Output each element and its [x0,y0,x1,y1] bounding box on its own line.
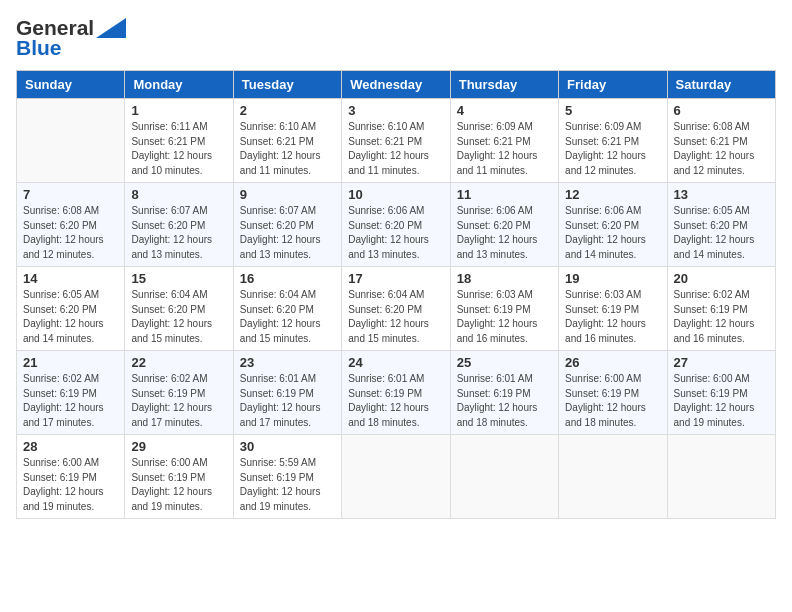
calendar: SundayMondayTuesdayWednesdayThursdayFrid… [16,70,776,519]
day-number: 29 [131,439,226,454]
calendar-cell [342,435,450,519]
day-number: 26 [565,355,660,370]
day-info: Sunrise: 6:07 AMSunset: 6:20 PMDaylight:… [240,204,335,262]
day-info: Sunrise: 5:59 AMSunset: 6:19 PMDaylight:… [240,456,335,514]
day-number: 15 [131,271,226,286]
day-info: Sunrise: 6:11 AMSunset: 6:21 PMDaylight:… [131,120,226,178]
day-header-sunday: Sunday [17,71,125,99]
svg-marker-0 [96,18,126,38]
day-info: Sunrise: 6:04 AMSunset: 6:20 PMDaylight:… [348,288,443,346]
calendar-cell: 5Sunrise: 6:09 AMSunset: 6:21 PMDaylight… [559,99,667,183]
logo-icon [96,18,126,38]
calendar-cell: 4Sunrise: 6:09 AMSunset: 6:21 PMDaylight… [450,99,558,183]
day-number: 6 [674,103,769,118]
day-info: Sunrise: 6:02 AMSunset: 6:19 PMDaylight:… [674,288,769,346]
day-info: Sunrise: 6:06 AMSunset: 6:20 PMDaylight:… [457,204,552,262]
day-info: Sunrise: 6:02 AMSunset: 6:19 PMDaylight:… [131,372,226,430]
day-info: Sunrise: 6:05 AMSunset: 6:20 PMDaylight:… [674,204,769,262]
calendar-cell: 8Sunrise: 6:07 AMSunset: 6:20 PMDaylight… [125,183,233,267]
calendar-cell: 17Sunrise: 6:04 AMSunset: 6:20 PMDayligh… [342,267,450,351]
day-info: Sunrise: 6:08 AMSunset: 6:21 PMDaylight:… [674,120,769,178]
day-info: Sunrise: 6:01 AMSunset: 6:19 PMDaylight:… [348,372,443,430]
calendar-cell: 28Sunrise: 6:00 AMSunset: 6:19 PMDayligh… [17,435,125,519]
day-number: 9 [240,187,335,202]
day-info: Sunrise: 6:04 AMSunset: 6:20 PMDaylight:… [131,288,226,346]
day-info: Sunrise: 6:09 AMSunset: 6:21 PMDaylight:… [565,120,660,178]
day-number: 14 [23,271,118,286]
calendar-cell: 29Sunrise: 6:00 AMSunset: 6:19 PMDayligh… [125,435,233,519]
calendar-cell: 24Sunrise: 6:01 AMSunset: 6:19 PMDayligh… [342,351,450,435]
day-info: Sunrise: 6:04 AMSunset: 6:20 PMDaylight:… [240,288,335,346]
day-header-tuesday: Tuesday [233,71,341,99]
calendar-cell: 27Sunrise: 6:00 AMSunset: 6:19 PMDayligh… [667,351,775,435]
calendar-cell: 16Sunrise: 6:04 AMSunset: 6:20 PMDayligh… [233,267,341,351]
day-info: Sunrise: 6:06 AMSunset: 6:20 PMDaylight:… [565,204,660,262]
calendar-cell: 11Sunrise: 6:06 AMSunset: 6:20 PMDayligh… [450,183,558,267]
calendar-cell [667,435,775,519]
day-number: 25 [457,355,552,370]
day-info: Sunrise: 6:03 AMSunset: 6:19 PMDaylight:… [565,288,660,346]
calendar-cell: 22Sunrise: 6:02 AMSunset: 6:19 PMDayligh… [125,351,233,435]
day-header-thursday: Thursday [450,71,558,99]
day-number: 30 [240,439,335,454]
day-number: 20 [674,271,769,286]
calendar-cell [17,99,125,183]
calendar-cell: 21Sunrise: 6:02 AMSunset: 6:19 PMDayligh… [17,351,125,435]
day-number: 16 [240,271,335,286]
calendar-cell: 12Sunrise: 6:06 AMSunset: 6:20 PMDayligh… [559,183,667,267]
calendar-cell: 14Sunrise: 6:05 AMSunset: 6:20 PMDayligh… [17,267,125,351]
day-number: 2 [240,103,335,118]
day-info: Sunrise: 6:05 AMSunset: 6:20 PMDaylight:… [23,288,118,346]
day-info: Sunrise: 6:00 AMSunset: 6:19 PMDaylight:… [131,456,226,514]
day-number: 1 [131,103,226,118]
day-info: Sunrise: 6:09 AMSunset: 6:21 PMDaylight:… [457,120,552,178]
logo: General Blue [16,16,126,60]
day-number: 27 [674,355,769,370]
day-number: 7 [23,187,118,202]
day-info: Sunrise: 6:08 AMSunset: 6:20 PMDaylight:… [23,204,118,262]
calendar-cell: 3Sunrise: 6:10 AMSunset: 6:21 PMDaylight… [342,99,450,183]
calendar-cell: 9Sunrise: 6:07 AMSunset: 6:20 PMDaylight… [233,183,341,267]
day-number: 10 [348,187,443,202]
calendar-cell: 6Sunrise: 6:08 AMSunset: 6:21 PMDaylight… [667,99,775,183]
day-info: Sunrise: 6:03 AMSunset: 6:19 PMDaylight:… [457,288,552,346]
calendar-cell: 2Sunrise: 6:10 AMSunset: 6:21 PMDaylight… [233,99,341,183]
day-number: 18 [457,271,552,286]
day-number: 24 [348,355,443,370]
calendar-cell: 7Sunrise: 6:08 AMSunset: 6:20 PMDaylight… [17,183,125,267]
day-info: Sunrise: 6:00 AMSunset: 6:19 PMDaylight:… [674,372,769,430]
day-info: Sunrise: 6:10 AMSunset: 6:21 PMDaylight:… [348,120,443,178]
calendar-cell: 19Sunrise: 6:03 AMSunset: 6:19 PMDayligh… [559,267,667,351]
day-header-saturday: Saturday [667,71,775,99]
calendar-cell: 1Sunrise: 6:11 AMSunset: 6:21 PMDaylight… [125,99,233,183]
day-number: 28 [23,439,118,454]
day-header-monday: Monday [125,71,233,99]
day-number: 22 [131,355,226,370]
day-number: 11 [457,187,552,202]
day-info: Sunrise: 6:06 AMSunset: 6:20 PMDaylight:… [348,204,443,262]
day-number: 21 [23,355,118,370]
day-number: 4 [457,103,552,118]
day-info: Sunrise: 6:01 AMSunset: 6:19 PMDaylight:… [457,372,552,430]
calendar-cell: 13Sunrise: 6:05 AMSunset: 6:20 PMDayligh… [667,183,775,267]
day-number: 13 [674,187,769,202]
calendar-cell: 10Sunrise: 6:06 AMSunset: 6:20 PMDayligh… [342,183,450,267]
day-number: 23 [240,355,335,370]
day-info: Sunrise: 6:10 AMSunset: 6:21 PMDaylight:… [240,120,335,178]
calendar-cell: 26Sunrise: 6:00 AMSunset: 6:19 PMDayligh… [559,351,667,435]
day-info: Sunrise: 6:02 AMSunset: 6:19 PMDaylight:… [23,372,118,430]
calendar-cell: 15Sunrise: 6:04 AMSunset: 6:20 PMDayligh… [125,267,233,351]
day-number: 17 [348,271,443,286]
calendar-cell [450,435,558,519]
day-number: 12 [565,187,660,202]
calendar-cell: 30Sunrise: 5:59 AMSunset: 6:19 PMDayligh… [233,435,341,519]
day-info: Sunrise: 6:07 AMSunset: 6:20 PMDaylight:… [131,204,226,262]
calendar-cell: 20Sunrise: 6:02 AMSunset: 6:19 PMDayligh… [667,267,775,351]
calendar-cell [559,435,667,519]
day-number: 3 [348,103,443,118]
day-info: Sunrise: 6:01 AMSunset: 6:19 PMDaylight:… [240,372,335,430]
calendar-cell: 18Sunrise: 6:03 AMSunset: 6:19 PMDayligh… [450,267,558,351]
day-info: Sunrise: 6:00 AMSunset: 6:19 PMDaylight:… [565,372,660,430]
calendar-cell: 25Sunrise: 6:01 AMSunset: 6:19 PMDayligh… [450,351,558,435]
day-header-friday: Friday [559,71,667,99]
